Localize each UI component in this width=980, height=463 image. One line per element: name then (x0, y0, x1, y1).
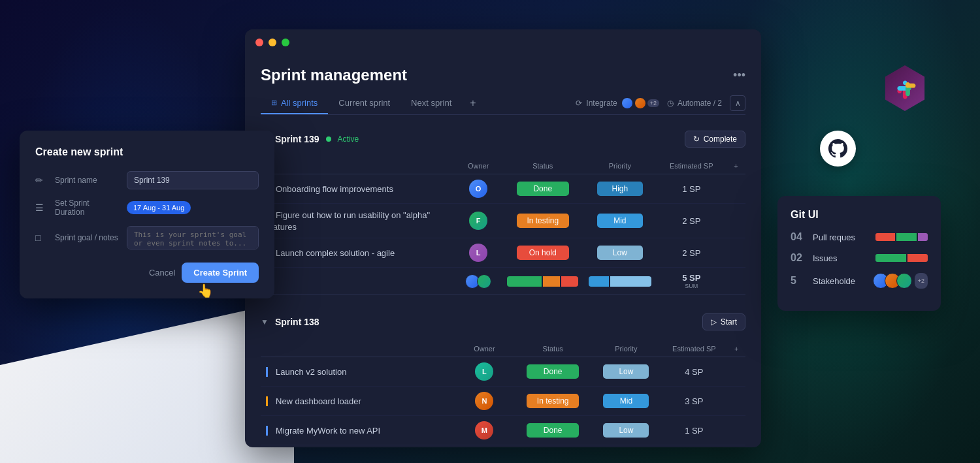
main-window: Sprint management ••• ⊞ All sprints Curr… (245, 29, 761, 447)
git-stakeholders-count: 5 (791, 275, 806, 287)
integrate-button[interactable]: ⟳ Integrate +2 (576, 97, 659, 109)
table-row[interactable]: Figure out how to run usability on "alph… (261, 204, 745, 238)
git-pr-label: Pull reques (813, 232, 869, 242)
col-priority: Priority (583, 158, 657, 174)
col-priority: Priority (591, 341, 661, 357)
traffic-light-green[interactable] (282, 39, 289, 46)
create-panel-title: Create new sprint (35, 146, 259, 158)
git-ui-panel: Git UI 04 Pull reques 02 Issues 5 Stakeh… (777, 196, 941, 311)
sprint-139-name: Sprint 139 (275, 134, 319, 144)
sprint-138-name: Sprint 138 (275, 317, 319, 327)
sprint-name-label: Sprint name (55, 176, 120, 185)
git-bar-segment (875, 254, 906, 262)
col-task (261, 158, 455, 174)
create-sprint-button[interactable]: Create Sprint (182, 263, 259, 283)
create-sprint-panel: Create new sprint ✏ Sprint name ☰ Set Sp… (20, 131, 274, 298)
sprint-139-avatar-group (460, 274, 497, 289)
complete-icon: ↻ (693, 135, 700, 144)
complete-button[interactable]: ↻ Complete (685, 131, 745, 148)
window-titlebar (245, 29, 761, 56)
col-owner: Owner (455, 158, 502, 174)
priority-badge: Low (597, 246, 643, 260)
status-badge: Done (517, 182, 569, 196)
task-name: Migrate MyWork to new API (266, 426, 380, 436)
col-add: + (727, 158, 745, 174)
sprint-138-table: Owner Status Priority Estimated SP + Lau… (261, 341, 745, 447)
sp-value: 1 SP (685, 426, 703, 436)
sprint-name-input[interactable] (127, 171, 259, 189)
git-issues-row: 02 Issues (791, 252, 928, 264)
start-button[interactable]: ▷ Start (702, 313, 745, 330)
tab-current-sprint[interactable]: Current sprint (328, 93, 400, 114)
col-sp: Estimated SP (657, 158, 727, 174)
sprint-138-header-right: ▷ Start (702, 313, 745, 330)
github-logo (820, 131, 856, 167)
table-row[interactable]: New dashboard loader N In testing Mid 3 … (261, 387, 745, 416)
col-status: Status (502, 158, 583, 174)
sprint-139-progress-bar (507, 276, 578, 287)
sprint-139-header: ▼ Sprint 139 Active ↻ Complete (261, 125, 745, 153)
task-name: Launch v2 solution (266, 367, 346, 377)
priority-badge: Mid (597, 214, 643, 228)
automate-button[interactable]: ◷ Automate / 2 (667, 99, 722, 108)
sprint-138-collapse[interactable]: ▼ (261, 317, 269, 327)
git-avatar (896, 273, 912, 289)
sprint-138-header: ▼ Sprint 138 ▷ Start (261, 308, 745, 336)
git-issues-label: Issues (813, 253, 869, 263)
git-pull-requests-row: 04 Pull reques (791, 231, 928, 243)
status-badge: In testing (517, 214, 569, 228)
task-name: Figure out how to run usability on "alph… (266, 210, 430, 232)
sp-value: 4 SP (685, 367, 703, 377)
sprint-139-sp-total: 5 SP (662, 273, 721, 283)
tab-next-sprint[interactable]: Next sprint (400, 93, 462, 114)
table-row[interactable]: Onboarding flow improvements O Done High… (261, 174, 745, 204)
sprint-goal-textarea[interactable] (127, 226, 259, 249)
task-name: Launch complex solution - agile (266, 248, 395, 258)
sprint-duration-badge[interactable]: 17 Aug - 31 Aug (127, 201, 191, 214)
col-status: Status (514, 341, 591, 357)
tabs-bar: ⊞ All sprints Current sprint Next sprint… (261, 92, 745, 115)
tab-all-sprints[interactable]: ⊞ All sprints (261, 93, 328, 114)
col-sp: Estimated SP (661, 341, 727, 357)
col-add: + (727, 341, 745, 357)
traffic-light-red[interactable] (255, 39, 263, 46)
sprint-138-section: ▼ Sprint 138 ▷ Start Owner Status (261, 308, 745, 447)
integrate-avatar-1 (621, 97, 633, 109)
priority-badge: High (597, 182, 643, 196)
sprint-138-header-left: ▼ Sprint 138 (261, 317, 319, 327)
slack-logo (882, 65, 928, 111)
more-menu-button[interactable]: ••• (733, 69, 745, 82)
tabs-right-actions: ⟳ Integrate +2 ◷ Automate / 2 ∧ (576, 95, 745, 111)
add-tab-button[interactable]: + (462, 92, 483, 114)
git-issues-count: 02 (791, 252, 806, 264)
owner-avatar: L (469, 244, 487, 262)
table-row[interactable]: Migrate MyWork to new API M Done Low 1 S… (261, 416, 745, 445)
sprint-duration-row: ☰ Set Sprint Duration 17 Aug - 31 Aug (35, 199, 259, 217)
sprint-139-sp-label: SUM (662, 283, 721, 289)
git-bar-segment (918, 233, 928, 241)
sp-value: 1 SP (682, 184, 700, 194)
automate-icon: ◷ (667, 99, 674, 108)
git-bar-segment (875, 233, 895, 241)
sprint-139-active-label: Active (338, 135, 359, 144)
owner-avatar: F (469, 212, 487, 230)
collapse-button[interactable]: ∧ (730, 95, 745, 111)
edit-icon: ✏ (35, 175, 48, 185)
summary-avatar (477, 274, 491, 289)
sprint-goal-row: □ Sprint goal / notes (35, 226, 259, 249)
sync-icon: ⟳ (576, 99, 582, 108)
cancel-button[interactable]: Cancel (149, 268, 175, 278)
traffic-light-yellow[interactable] (269, 39, 276, 46)
progress-segment-testing (543, 276, 560, 287)
sprint-139-header-left: ▼ Sprint 139 Active (261, 134, 359, 144)
task-name: New dashboard loader (266, 396, 361, 406)
owner-avatar: L (475, 362, 493, 381)
git-panel-title: Git UI (791, 209, 928, 221)
git-issues-bar (875, 254, 928, 262)
priority-badge: Mid (603, 394, 649, 408)
sprint-139-active-dot (326, 136, 331, 142)
table-row[interactable]: Launch complex solution - agile L On hol… (261, 238, 745, 268)
owner-avatar: O (469, 180, 487, 198)
table-row[interactable]: Launch v2 solution L Done Low 4 SP (261, 357, 745, 387)
git-pr-bar (875, 233, 928, 241)
